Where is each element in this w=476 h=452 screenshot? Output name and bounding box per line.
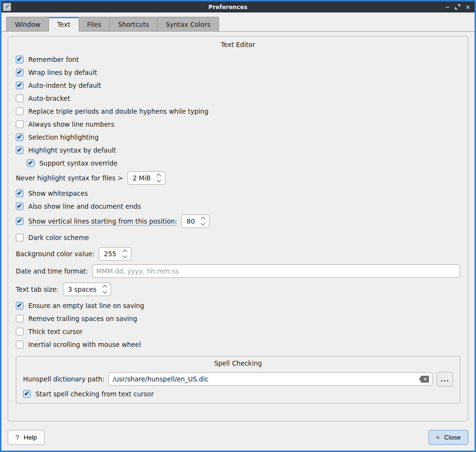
spell-from-cursor-label[interactable]: Start spell checking from text cursor (35, 390, 154, 398)
row-tab-size: Text tab size: 3 spaces (16, 281, 460, 298)
hunspell-path-label: Hunspell dictionary path: (23, 375, 104, 383)
tab-size-spinbox[interactable]: 3 spaces (63, 283, 112, 296)
help-button[interactable]: ? Help (8, 430, 45, 445)
row-inertial-scroll: Inertial scrolling with mouse wheel (16, 338, 460, 351)
remember-font-label[interactable]: Remember font (28, 56, 79, 63)
row-datetime-format: Date and time format: (16, 262, 460, 280)
syntax-override-label[interactable]: Support syntax override (39, 159, 117, 167)
window-title: Preferences (11, 4, 445, 11)
inertial-scroll-label[interactable]: Inertial scrolling with mouse wheel (28, 341, 141, 348)
selection-highlighting-label[interactable]: Selection highlighting (28, 133, 99, 141)
highlight-syntax-checkbox[interactable] (16, 146, 23, 154)
empty-last-line-label[interactable]: Ensure an empty last line on saving (28, 302, 144, 309)
row-thick-cursor: Thick text cursor (16, 325, 460, 338)
close-window-icon[interactable]: × (465, 4, 470, 10)
spell-checking-group: Spell Checking Hunspell dictionary path:… (16, 356, 460, 404)
datetime-format-label: Date and time format: (16, 267, 88, 275)
tab-bar: Window Text Files Shortcuts Syntax Color… (1, 12, 475, 32)
never-highlight-spinbox[interactable]: 2 MiB (128, 171, 166, 185)
close-button-label: Close (444, 434, 461, 441)
text-tab-page: Text Editor Remember font Wrap lines by … (1, 32, 475, 425)
vertical-lines-label[interactable]: Show vertical lines starting from this p… (28, 217, 177, 225)
line-doc-ends-checkbox[interactable] (16, 202, 23, 210)
row-hunspell-path: Hunspell dictionary path: × ... (23, 371, 453, 387)
syntax-override-checkbox[interactable] (27, 159, 35, 167)
row-line-doc-ends: Also show line and document ends (16, 200, 460, 213)
hunspell-path-field-wrap: × (108, 372, 432, 386)
show-whitespaces-label[interactable]: Show whitespaces (28, 190, 88, 197)
spinner-arrows-icon[interactable] (103, 285, 106, 294)
auto-bracket-label[interactable]: Auto-bracket (28, 95, 70, 102)
highlight-syntax-label[interactable]: Highlight syntax by default (28, 146, 116, 154)
row-auto-bracket: Auto-bracket (16, 92, 460, 105)
vertical-lines-spinbox[interactable]: 80 (181, 214, 209, 228)
dark-scheme-label[interactable]: Dark color scheme (28, 234, 89, 241)
row-dark-scheme: Dark color scheme (16, 230, 460, 245)
bg-color-spinbox[interactable]: 255 (99, 247, 131, 261)
row-empty-last-line: Ensure an empty last line on saving (16, 299, 460, 312)
row-syntax-override: Support syntax override (27, 156, 460, 169)
datetime-format-field-wrap (92, 264, 460, 278)
remove-trailing-checkbox[interactable] (16, 315, 23, 322)
row-spell-from-cursor: Start spell checking from text cursor (23, 387, 453, 400)
titlebar: Preferences − × (1, 1, 475, 12)
app-feather-icon (3, 3, 11, 11)
vertical-lines-checkbox[interactable] (16, 217, 23, 225)
tab-shortcuts[interactable]: Shortcuts (109, 17, 158, 31)
close-button[interactable]: × Close (429, 430, 468, 445)
line-numbers-checkbox[interactable] (16, 120, 23, 128)
auto-indent-checkbox[interactable] (16, 82, 23, 89)
wrap-lines-label[interactable]: Wrap lines by default (28, 69, 97, 76)
text-editor-group-title: Text Editor (16, 41, 460, 48)
row-remove-trailing: Remove trailing spaces on saving (16, 312, 460, 325)
auto-indent-label[interactable]: Auto-indent by default (28, 82, 101, 89)
row-selection-highlighting: Selection highlighting (16, 131, 460, 143)
empty-last-line-checkbox[interactable] (16, 302, 23, 309)
clear-text-icon[interactable]: × (419, 376, 429, 383)
wrap-lines-checkbox[interactable] (16, 69, 23, 76)
spinner-arrows-icon[interactable] (201, 217, 205, 226)
dialog-footer: ? Help × Close (1, 425, 475, 451)
preferences-window: Preferences − × Window Text Files Shortc… (0, 0, 476, 452)
replace-periods-label[interactable]: Replace triple periods and double hyphen… (28, 107, 209, 115)
dark-scheme-checkbox[interactable] (16, 234, 23, 241)
help-button-label: Help (23, 434, 37, 441)
row-replace-periods: Replace triple periods and double hyphen… (16, 105, 460, 118)
tab-window[interactable]: Window (6, 17, 49, 31)
datetime-format-input[interactable] (96, 267, 457, 275)
tab-files[interactable]: Files (79, 17, 110, 31)
thick-cursor-checkbox[interactable] (16, 328, 23, 335)
tab-text[interactable]: Text (48, 17, 79, 32)
thick-cursor-label[interactable]: Thick text cursor (28, 328, 82, 335)
close-icon: × (436, 434, 440, 441)
bg-color-label: Background color value: (16, 250, 94, 258)
browse-button[interactable]: ... (437, 372, 453, 387)
maximize-icon[interactable] (455, 4, 460, 10)
row-auto-indent: Auto-indent by default (16, 79, 460, 92)
help-icon: ? (15, 434, 19, 441)
spinner-arrows-icon[interactable] (157, 174, 161, 182)
line-numbers-label[interactable]: Always show line numbers (28, 120, 114, 128)
row-line-numbers: Always show line numbers (16, 118, 460, 131)
vertical-lines-value: 80 (186, 217, 195, 225)
remove-trailing-label[interactable]: Remove trailing spaces on saving (28, 315, 137, 322)
row-highlight-syntax: Highlight syntax by default (16, 143, 460, 156)
show-whitespaces-checkbox[interactable] (16, 190, 23, 197)
minimize-icon[interactable]: − (445, 4, 450, 10)
never-highlight-label: Never highlight syntax for files > (16, 174, 123, 182)
replace-periods-checkbox[interactable] (16, 107, 23, 115)
spell-from-cursor-checkbox[interactable] (23, 390, 31, 398)
remember-font-checkbox[interactable] (16, 56, 23, 63)
hunspell-path-input[interactable] (113, 375, 416, 383)
row-remember-font: Remember font (16, 53, 460, 66)
tab-syntax-colors[interactable]: Syntax Colors (157, 17, 219, 31)
auto-bracket-checkbox[interactable] (16, 95, 23, 102)
window-controls: − × (445, 4, 470, 10)
selection-highlighting-checkbox[interactable] (16, 133, 23, 141)
row-wrap-lines: Wrap lines by default (16, 66, 460, 79)
spinner-arrows-icon[interactable] (123, 250, 127, 258)
inertial-scroll-checkbox[interactable] (16, 341, 23, 348)
spell-checking-group-title: Spell Checking (23, 359, 453, 367)
line-doc-ends-label[interactable]: Also show line and document ends (28, 202, 141, 210)
row-never-highlight: Never highlight syntax for files > 2 MiB (16, 170, 460, 186)
